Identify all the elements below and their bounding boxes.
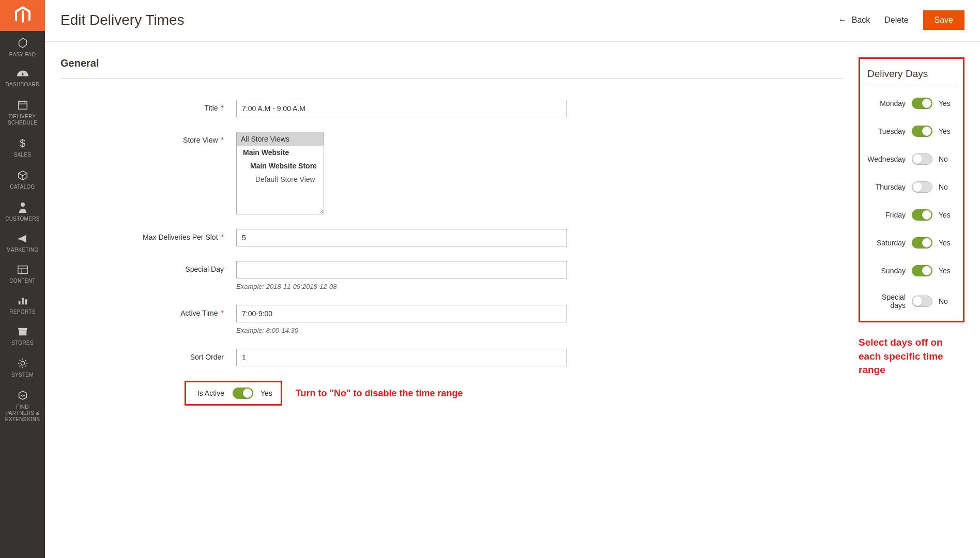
sidebar-item-delivery-schedule[interactable]: DELIVERY SCHEDULE [0,93,45,131]
sidebar-label: DELIVERY SCHEDULE [2,114,43,126]
gear-icon [2,358,43,370]
sidebar-item-system[interactable]: SYSTEM [0,351,45,383]
store-option[interactable]: Main Website Store [237,159,324,173]
day-value: Yes [939,99,951,107]
day-toggle[interactable] [912,237,932,249]
storeview-select[interactable]: All Store Views Main Website Main Websit… [236,132,324,214]
bar-chart-icon [2,296,43,307]
isactive-highlight: Is Active Yes [185,381,282,406]
label-sortorder: Sort Order [60,349,236,361]
label-isactive: Is Active [186,389,233,397]
sidebar-label: CONTENT [2,278,43,284]
label-storeview: Store View* [60,132,236,144]
day-value: No [939,183,948,191]
store-option[interactable]: Default Store View [237,173,324,186]
title-input[interactable] [236,100,567,117]
day-toggle[interactable] [912,265,932,276]
sidebar-label: CATALOG [2,184,43,190]
sortorder-input[interactable] [236,349,567,366]
back-button[interactable]: ← Back [838,16,870,25]
svg-rect-10 [22,298,24,305]
day-label: Saturday [867,239,912,247]
page-title: Edit Delivery Times [60,12,838,28]
day-toggle[interactable] [912,296,932,307]
specialday-input[interactable] [236,261,567,278]
day-label: Special days [867,293,912,309]
admin-sidebar: EASY FAQ DASHBOARD DELIVERY SCHEDULE $ S… [0,0,45,441]
label-title: Title* [60,100,236,112]
day-label: Sunday [867,267,912,275]
store-option[interactable]: All Store Views [237,132,324,146]
megaphone-icon [2,234,43,245]
row-activetime: Active Time* Example: 8:00-14:30 [60,305,843,334]
delete-button[interactable]: Delete [884,16,908,25]
right-column: Delivery Days MondayYesTuesdayYesWednesd… [859,57,964,377]
magento-icon [14,6,31,25]
row-specialday: Special Day Example: 2018-11-09;2018-12-… [60,261,843,290]
arrow-left-icon: ← [838,16,847,25]
row-isactive: Is Active Yes Turn to "No" to disable th… [60,381,843,406]
delivery-days-title: Delivery Days [867,68,956,86]
sidebar-item-stores[interactable]: STORES [0,320,45,351]
person-icon [2,202,43,214]
gauge-icon [2,69,43,80]
delivery-days-panel: Delivery Days MondayYesTuesdayYesWednesd… [859,57,964,322]
sidebar-label: STORES [2,340,43,346]
day-toggle[interactable] [912,98,932,109]
label-activetime: Active Time* [60,305,236,317]
svg-point-12 [21,361,24,365]
store-option[interactable]: Main Website [237,146,324,159]
sidebar-item-sales[interactable]: $ SALES [0,131,45,163]
sidebar-label: FIND PARTNERS & EXTENSIONS [2,404,43,423]
svg-rect-0 [18,102,27,110]
day-toggle[interactable] [912,181,932,193]
sidebar-item-customers[interactable]: CUSTOMERS [0,195,45,227]
activetime-example: Example: 8:00-14:30 [236,327,567,334]
day-value: Yes [939,127,951,135]
day-value: No [939,297,948,305]
sidebar-item-catalog[interactable]: CATALOG [0,163,45,195]
day-toggle[interactable] [912,153,932,165]
day-value: Yes [939,267,951,275]
hexagon-icon [2,37,43,50]
sidebar-item-reports[interactable]: REPORTS [0,289,45,320]
delivery-day-row: ThursdayNo [867,181,956,193]
maxdeliveries-input[interactable] [236,229,567,246]
row-title: Title* [60,100,843,117]
sidebar-item-marketing[interactable]: MARKETING [0,227,45,258]
sidebar-item-content[interactable]: CONTENT [0,258,45,289]
row-storeview: Store View* All Store Views Main Website… [60,132,843,214]
day-label: Friday [867,211,912,219]
sidebar-item-partners[interactable]: FIND PARTNERS & EXTENSIONS [0,383,45,428]
activetime-input[interactable] [236,305,567,322]
day-toggle[interactable] [912,209,932,221]
delivery-day-row: SaturdayYes [867,237,956,249]
svg-rect-11 [25,299,27,304]
delivery-day-row: WednesdayNo [867,153,956,165]
label-maxdeliveries: Max Deliveries Per Slot* [60,229,236,241]
svg-text:$: $ [20,137,25,149]
isactive-toggle[interactable] [233,388,253,399]
sidebar-item-dashboard[interactable]: DASHBOARD [0,63,45,93]
delivery-day-row: SundayYes [867,265,956,276]
svg-rect-9 [18,301,20,304]
day-label: Tuesday [867,127,912,135]
isactive-value: Yes [261,389,272,397]
delivery-day-row: TuesdayYes [867,126,956,137]
save-button[interactable]: Save [923,10,964,30]
sidebar-label: REPORTS [2,309,43,315]
partners-icon [2,390,43,402]
day-value: Yes [939,211,951,219]
day-toggle[interactable] [912,126,932,137]
content-wrapper: General Title* Store View* All Store Vie… [45,42,980,441]
page-header: Edit Delivery Times ← Back Delete Save [45,0,980,42]
calendar-icon [2,99,43,112]
back-label: Back [852,16,870,25]
sidebar-item-easyfaq[interactable]: EASY FAQ [0,31,45,63]
sidebar-label: SALES [2,152,43,158]
row-sortorder: Sort Order [60,349,843,366]
magento-logo[interactable] [0,0,45,31]
annotation-days: Select days off on each specific time ra… [859,336,964,377]
main-content: Edit Delivery Times ← Back Delete Save G… [45,0,980,441]
dollar-icon: $ [2,137,43,150]
